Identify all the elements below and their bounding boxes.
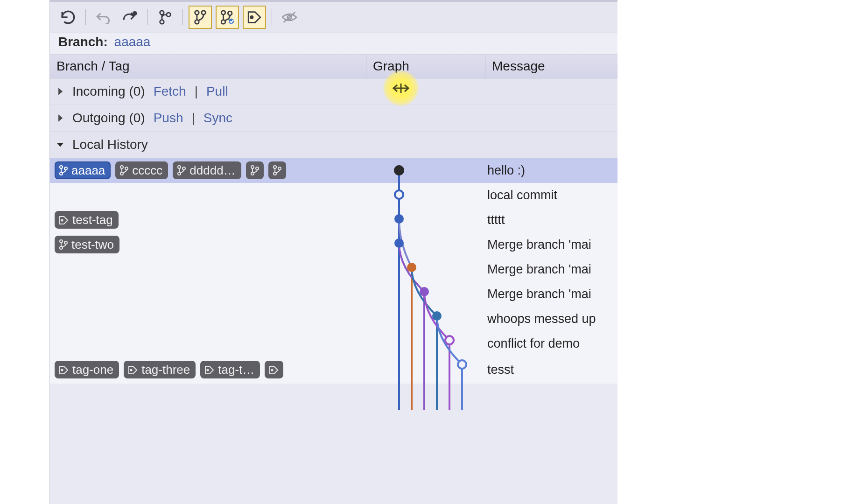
branch-badge[interactable]: ddddd… (173, 161, 241, 179)
commit-message: ttttt (485, 213, 617, 227)
refresh-icon (60, 9, 76, 25)
pull-link[interactable]: Pull (206, 84, 228, 99)
branch-indicator: Branch: aaaaa (50, 33, 617, 55)
incoming-section[interactable]: Incoming (0) Fetch | Pull (50, 78, 617, 105)
chevron-down-icon (56, 141, 64, 148)
svg-point-34 (131, 369, 132, 371)
refresh-button[interactable] (56, 6, 80, 29)
svg-point-7 (221, 11, 225, 14)
branch-merge-button[interactable] (216, 6, 239, 29)
svg-point-25 (256, 167, 259, 170)
svg-point-32 (64, 241, 67, 244)
toolbar-separator (85, 9, 86, 25)
eye-off-icon (281, 10, 298, 24)
redo-commit-icon (122, 10, 139, 24)
tag-icon (127, 364, 139, 375)
toolbar-separator (272, 9, 272, 25)
push-link[interactable]: Push (154, 111, 183, 126)
col-message[interactable]: Message (485, 55, 617, 78)
svg-point-9 (228, 11, 232, 15)
svg-point-23 (251, 166, 254, 168)
branch-badge[interactable] (246, 161, 264, 179)
incoming-label: Incoming (0) (72, 84, 145, 99)
svg-point-6 (202, 11, 206, 14)
branch-icon (176, 164, 187, 176)
hidden-eye-button[interactable] (278, 6, 301, 29)
tag-badge[interactable]: test-tag (55, 211, 119, 229)
branch-badge[interactable]: test-two (55, 236, 119, 253)
undo-button[interactable] (91, 6, 115, 29)
sync-link[interactable]: Sync (203, 111, 232, 126)
branch-icon (250, 164, 260, 176)
commit-row[interactable]: test-tag ttttt (50, 208, 617, 232)
toolbar-separator (147, 9, 148, 25)
commit-row[interactable]: local commit (50, 183, 617, 208)
svg-point-26 (274, 166, 276, 168)
local-history-label: Local History (72, 137, 148, 152)
tag-badge[interactable]: tag-three (124, 361, 196, 378)
svg-point-33 (61, 369, 63, 371)
branch-icon (58, 164, 69, 176)
svg-point-16 (64, 167, 67, 170)
commit-row[interactable]: whoops messed up (50, 307, 617, 331)
commit-row[interactable]: conflict for demo (50, 331, 617, 356)
commit-row[interactable]: test-two Merge branch 'mai (50, 232, 617, 257)
branch-badge[interactable]: aaaaa (55, 161, 111, 179)
tag-badge[interactable]: tag-one (55, 361, 119, 378)
commit-message: tesst (485, 363, 617, 377)
tag-icon (58, 364, 70, 375)
svg-point-0 (133, 11, 137, 16)
toolbar (50, 2, 617, 33)
svg-point-30 (60, 240, 63, 243)
svg-point-28 (278, 167, 281, 170)
commit-message: whoops messed up (485, 312, 617, 326)
outgoing-label: Outgoing (0) (72, 111, 145, 126)
tag-icon (268, 364, 280, 375)
commit-row[interactable]: Merge branch 'mai (50, 282, 617, 307)
commit-message: Merge branch 'mai (485, 287, 617, 301)
branch-badge[interactable] (268, 161, 286, 179)
branch-all-button[interactable] (189, 6, 212, 29)
branch-icon (119, 164, 129, 176)
git-history-panel: Branch: aaaaa Branch / Tag Graph Message… (49, 0, 617, 504)
branch-label: Branch: (58, 35, 108, 49)
svg-point-29 (61, 219, 63, 221)
commit-row[interactable]: tag-one tag-three tag-t… tesst (50, 356, 617, 384)
commit-row[interactable]: aaaaa ccccc ddddd… hello :) (50, 158, 617, 183)
svg-point-4 (195, 11, 199, 14)
svg-point-1 (160, 11, 164, 14)
svg-point-36 (272, 369, 273, 371)
redo-commit-button[interactable] (119, 6, 142, 29)
svg-point-22 (182, 167, 185, 170)
local-history-section[interactable]: Local History (50, 132, 617, 158)
svg-point-20 (178, 166, 181, 168)
commit-message: hello :) (485, 163, 617, 178)
commit-list: aaaaa ccccc ddddd… hello :) (50, 158, 617, 384)
commit-message: Merge branch 'mai (485, 238, 617, 252)
svg-point-11 (251, 16, 253, 18)
chevron-right-icon (56, 87, 64, 96)
svg-point-3 (167, 13, 171, 16)
commit-row[interactable]: Merge branch 'mai (50, 257, 617, 282)
commit-message: Merge branch 'mai (485, 262, 617, 277)
branch-simple-icon (158, 9, 173, 25)
fetch-link[interactable]: Fetch (154, 84, 186, 99)
col-branch-tag[interactable]: Branch / Tag (50, 55, 366, 78)
tag-icon (58, 215, 70, 225)
branch-badge[interactable]: ccccc (115, 161, 168, 179)
tag-icon (204, 364, 215, 375)
branch-icon (272, 164, 282, 176)
col-graph[interactable]: Graph (366, 55, 485, 78)
tag-icon (246, 10, 262, 25)
current-branch-name[interactable]: aaaaa (114, 35, 151, 49)
commit-message: conflict for demo (485, 336, 617, 351)
tag-badge[interactable] (265, 361, 283, 378)
branch-merge-icon (219, 9, 235, 25)
outgoing-section[interactable]: Outgoing (0) Push | Sync (50, 105, 617, 132)
tag-toggle-button[interactable] (243, 6, 266, 29)
svg-point-19 (125, 167, 128, 170)
commit-message: local commit (485, 188, 617, 203)
branch-simple-button[interactable] (154, 6, 177, 29)
chevron-right-icon (56, 114, 64, 122)
tag-badge[interactable]: tag-t… (200, 361, 260, 378)
